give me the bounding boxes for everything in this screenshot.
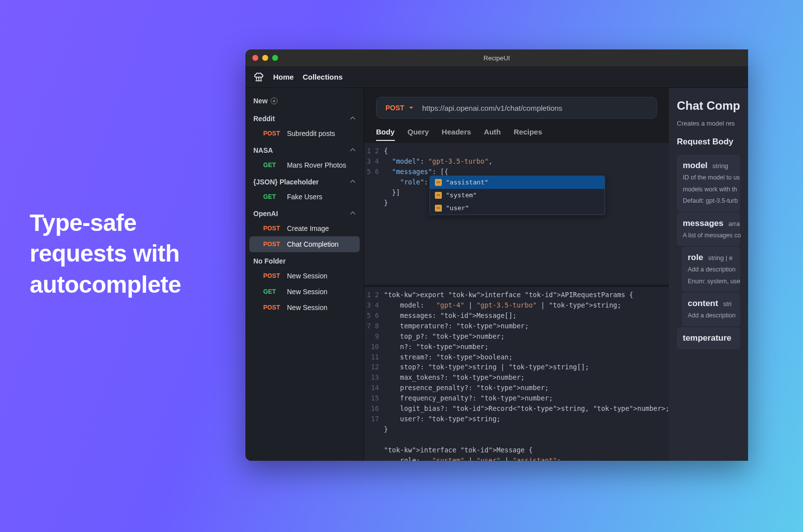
chevron-up-icon bbox=[350, 116, 356, 122]
sidebar-folder-label: Reddit bbox=[253, 115, 275, 123]
tab-query[interactable]: Query bbox=[408, 128, 429, 141]
doc-field-name: messages bbox=[683, 219, 723, 228]
sidebar-folder[interactable]: NASA bbox=[245, 141, 364, 157]
body-editor[interactable]: 1 2 3 4 5 6 { "model": "gpt-3.5-turbo", … bbox=[364, 143, 669, 284]
autocomplete-popup[interactable]: ▭"assistant"▭"system"▭"user" bbox=[429, 176, 605, 215]
doc-field: contentstriAdd a description bbox=[682, 293, 740, 326]
doc-field-desc: A list of messages co bbox=[683, 231, 734, 240]
docs-title: Chat Comp bbox=[677, 99, 740, 113]
main-panel: POST https://api.openai.com/v1/chat/comp… bbox=[364, 88, 669, 461]
doc-field-name: model bbox=[683, 161, 708, 170]
types-editor[interactable]: 1 2 3 4 5 6 7 8 9 10 11 12 13 14 15 16 1… bbox=[364, 286, 669, 461]
autocomplete-option-label: "user" bbox=[446, 203, 469, 213]
window-maximize-icon[interactable] bbox=[272, 55, 278, 61]
doc-field-name: temperature bbox=[683, 333, 731, 343]
doc-field-name: content bbox=[688, 299, 718, 308]
sidebar: New + RedditPOSTSubreddit postsNASAGETMa… bbox=[245, 88, 364, 461]
request-url[interactable]: https://api.openai.com/v1/chat/completio… bbox=[422, 104, 563, 112]
method-badge: GET bbox=[263, 162, 282, 169]
sidebar-item[interactable]: POSTNew Session bbox=[249, 268, 360, 284]
method-badge: POST bbox=[263, 225, 282, 232]
sidebar-item-label: Create Image bbox=[287, 224, 329, 232]
doc-field: messagesarraA list of messages co bbox=[677, 213, 740, 246]
docs-subtitle: Creates a model res bbox=[677, 120, 740, 127]
sidebar-item-label: Chat Completion bbox=[287, 240, 338, 248]
sidebar-folder-label: {JSON} Placeholder bbox=[253, 178, 319, 186]
tab-body[interactable]: Body bbox=[376, 128, 395, 141]
sidebar-item-label: New Session bbox=[287, 304, 328, 311]
method-badge: POST bbox=[263, 241, 282, 248]
doc-field-name: role bbox=[688, 253, 703, 262]
autocomplete-option-label: "assistant" bbox=[446, 177, 488, 187]
doc-field: temperature bbox=[677, 327, 740, 349]
sidebar-item[interactable]: POSTChat Completion bbox=[249, 236, 360, 252]
window-title: RecipeUI bbox=[483, 54, 510, 62]
sidebar-item[interactable]: GETNew Session bbox=[249, 284, 360, 300]
app-logo-icon bbox=[253, 72, 264, 83]
sidebar-item[interactable]: GETFake Users bbox=[249, 189, 360, 205]
tab-recipes[interactable]: Recipes bbox=[514, 128, 542, 141]
nav-home[interactable]: Home bbox=[273, 73, 294, 81]
doc-field-type: string | e bbox=[708, 254, 733, 262]
method-badge: POST bbox=[263, 304, 282, 311]
tab-headers[interactable]: Headers bbox=[442, 128, 471, 141]
method-badge: GET bbox=[263, 193, 282, 200]
sidebar-item-label: Mars Rover Photos bbox=[287, 161, 346, 169]
sidebar-item-label: Fake Users bbox=[287, 193, 323, 201]
sidebar-folder[interactable]: {JSON} Placeholder bbox=[245, 173, 364, 189]
doc-field: modelstringID of the model to usmodels w… bbox=[677, 155, 740, 212]
doc-field-type: stri bbox=[723, 300, 731, 308]
autocomplete-option[interactable]: ▭"assistant" bbox=[430, 176, 605, 189]
sidebar-item[interactable]: GETMars Rover Photos bbox=[249, 157, 360, 173]
window-minimize-icon[interactable] bbox=[262, 55, 268, 61]
enum-icon: ▭ bbox=[435, 205, 442, 212]
chevron-up-icon bbox=[350, 179, 356, 185]
app-window: RecipeUI Home Collections New + RedditPO… bbox=[245, 49, 748, 461]
request-method[interactable]: POST bbox=[385, 104, 404, 112]
plus-icon: + bbox=[271, 97, 278, 104]
sidebar-folder[interactable]: OpenAI bbox=[245, 205, 364, 221]
doc-field-type: arra bbox=[728, 220, 740, 227]
nav-collections[interactable]: Collections bbox=[303, 73, 343, 81]
doc-field: rolestring | eAdd a descriptionEnum: sys… bbox=[682, 247, 740, 292]
sidebar-folder-label: NASA bbox=[253, 146, 273, 154]
app-menubar: Home Collections bbox=[245, 66, 748, 88]
autocomplete-option[interactable]: ▭"system" bbox=[430, 189, 605, 202]
chevron-down-icon[interactable] bbox=[409, 107, 413, 109]
sidebar-new-button[interactable]: New + bbox=[245, 92, 364, 110]
docs-section-heading: Request Body bbox=[677, 137, 740, 147]
promo-headline: Type-safe requests with autocomplete bbox=[30, 208, 181, 300]
sidebar-folder-label: No Folder bbox=[253, 257, 285, 265]
doc-field-desc: Add a description bbox=[688, 311, 734, 320]
tab-auth[interactable]: Auth bbox=[484, 128, 501, 141]
autocomplete-option-label: "system" bbox=[446, 190, 477, 200]
sidebar-folder-label: OpenAI bbox=[253, 210, 278, 218]
sidebar-item[interactable]: POSTCreate Image bbox=[249, 221, 360, 236]
request-tabs: BodyQueryHeadersAuthRecipes bbox=[364, 119, 669, 141]
sidebar-new-label: New bbox=[253, 97, 268, 105]
chevron-up-icon bbox=[350, 211, 356, 217]
window-close-icon[interactable] bbox=[252, 55, 258, 61]
sidebar-folder[interactable]: No Folder bbox=[245, 252, 364, 268]
doc-field-desc: ID of the model to us bbox=[683, 174, 734, 182]
sidebar-item[interactable]: POSTSubreddit posts bbox=[249, 126, 360, 141]
chevron-up-icon bbox=[350, 147, 356, 153]
sidebar-item[interactable]: POSTNew Session bbox=[249, 300, 360, 315]
method-badge: POST bbox=[263, 272, 282, 279]
window-titlebar: RecipeUI bbox=[245, 49, 748, 66]
doc-field-type: string bbox=[712, 162, 728, 170]
doc-field-desc: Add a description bbox=[688, 266, 734, 274]
sidebar-item-label: New Session bbox=[287, 272, 328, 280]
sidebar-folder[interactable]: Reddit bbox=[245, 110, 364, 126]
request-url-bar[interactable]: POST https://api.openai.com/v1/chat/comp… bbox=[376, 97, 657, 119]
autocomplete-option[interactable]: ▭"user" bbox=[430, 202, 605, 215]
enum-icon: ▭ bbox=[435, 179, 442, 186]
enum-icon: ▭ bbox=[435, 192, 442, 199]
sidebar-item-label: Subreddit posts bbox=[287, 130, 335, 137]
method-badge: GET bbox=[263, 288, 282, 295]
docs-panel: Chat Comp Creates a model res Request Bo… bbox=[669, 88, 748, 461]
method-badge: POST bbox=[263, 130, 282, 137]
sidebar-item-label: New Session bbox=[287, 288, 328, 296]
